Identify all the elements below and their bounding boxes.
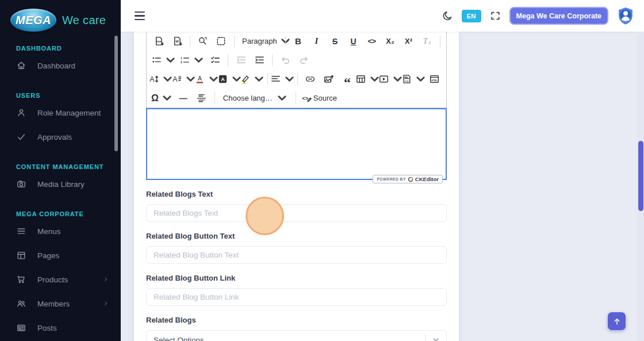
export-word-button[interactable]: W [168, 34, 186, 49]
align-icon [270, 74, 281, 85]
chevron-right-icon [102, 300, 109, 307]
field-label: Related Blog Button Text [146, 232, 447, 240]
select-all-button[interactable] [212, 34, 231, 49]
numbered-list-button[interactable]: 12 [178, 53, 206, 68]
italic-button[interactable]: I [308, 34, 326, 49]
font-bg-icon: A [217, 74, 228, 85]
form-field-related-blogs: Related BlogsSelect Options [146, 316, 447, 341]
heading-dropdown-button[interactable]: Paragraph [237, 34, 282, 49]
insert-media-button[interactable] [379, 72, 402, 87]
sidebar-item-posts[interactable]: Posts [0, 316, 121, 340]
chevron-right-icon [102, 276, 109, 283]
sidebar-section-header-mega-corporate: MEGA CORPORATE [0, 210, 121, 217]
font-size-button[interactable]: A [150, 72, 172, 87]
related-blog-button-text-input[interactable] [146, 246, 447, 264]
horizontal-line-button[interactable]: — [174, 91, 193, 106]
chevron-down-icon [163, 55, 176, 66]
find-and-replace-button[interactable] [194, 34, 212, 49]
text-alignment-button[interactable] [271, 72, 294, 87]
sidebar-item-approvals[interactable]: Approvals [0, 125, 121, 149]
logo-tagline: We care [62, 14, 106, 27]
toolbar-separator [297, 73, 298, 85]
bold-button[interactable]: B [289, 34, 308, 49]
svg-text:1: 1 [181, 56, 182, 60]
cart-icon [16, 274, 26, 285]
related-blogs-text-input[interactable] [146, 204, 447, 222]
page-scrollbar-track[interactable] [637, 32, 644, 341]
insert-table-button[interactable] [356, 72, 379, 87]
posts-icon [16, 323, 26, 333]
brand-logo: MEGA We care [0, 0, 121, 33]
export-word-icon: W [172, 36, 183, 47]
source-button[interactable]: <>Source [300, 91, 339, 106]
undo-button [276, 53, 294, 68]
block-quote-button[interactable]: “ [338, 72, 356, 87]
sidebar-item-members[interactable]: Members [0, 292, 121, 316]
horizontal-line-glyph: — [179, 94, 187, 102]
sidebar-item-products[interactable]: Products [0, 267, 121, 292]
subscript-button[interactable]: X₂ [381, 34, 400, 49]
sidebar-toggle-button[interactable] [132, 9, 147, 22]
export-pdf-button[interactable]: PDF [150, 34, 168, 49]
svg-text:A: A [221, 76, 225, 82]
language-badge[interactable]: EN [462, 10, 481, 22]
toolbar-row: AAAA“<>HTML [147, 70, 446, 89]
redo-button [294, 53, 313, 68]
form-field-related-blog-button-text: Related Blog Button Text [146, 232, 447, 264]
bold-glyph: B [295, 37, 301, 45]
special-characters-button[interactable]: Ω [150, 91, 174, 106]
code-glyph: <> [367, 37, 375, 45]
scroll-to-top-button[interactable] [608, 312, 626, 330]
language-dropdown-button[interactable]: Choose lang… [218, 91, 292, 106]
export-pdf-icon: PDF [154, 36, 164, 47]
superscript-glyph: X² [405, 37, 412, 45]
user-avatar[interactable] [616, 6, 635, 26]
related-blog-button-link-input[interactable] [146, 288, 447, 306]
toolbar-separator [234, 35, 235, 47]
fullscreen-button[interactable] [489, 10, 501, 22]
toolbar-separator [296, 92, 296, 104]
code-block-button[interactable]: <> [402, 72, 425, 87]
chevron-down-icon [282, 74, 295, 85]
sidebar-item-menus[interactable]: Menus [0, 219, 121, 243]
up-arrow-icon [612, 317, 622, 326]
html-embed-button[interactable]: HTML [425, 72, 443, 87]
toolbar-separator [190, 35, 190, 47]
sidebar-item-dashboard[interactable]: Dashboard [0, 53, 121, 78]
page-break-button[interactable] [193, 91, 211, 106]
code-button[interactable]: <> [363, 34, 381, 49]
sidebar-item-pages[interactable]: Pages [0, 243, 121, 267]
block-quote-glyph: “ [344, 74, 351, 85]
link-button[interactable] [301, 72, 320, 87]
indent-button[interactable] [250, 53, 269, 68]
font-family-button[interactable]: A [172, 72, 195, 87]
page-scrollbar-thumb[interactable] [638, 141, 643, 211]
rich-text-editor[interactable]: POWERED BY CKEditor [146, 108, 447, 180]
todo-list-button[interactable] [206, 53, 224, 68]
dark-mode-toggle[interactable] [442, 10, 454, 22]
toolbar-separator [267, 73, 268, 85]
superscript-button[interactable]: X² [400, 34, 418, 49]
workspace-button-label: Mega We Care Corporate [516, 12, 601, 20]
field-label: Related Blog Button Link [146, 274, 447, 282]
font-background-color-button[interactable]: A [218, 72, 241, 87]
sidebar-item-label: Posts [37, 324, 57, 332]
sidebar-item-role-management[interactable]: Role Management [0, 101, 121, 125]
strikethrough-button[interactable]: S [326, 34, 344, 49]
code-block-icon: <> [401, 74, 412, 85]
sidebar-item-media-library[interactable]: Media Library [0, 172, 121, 196]
font-color-button[interactable]: A [195, 72, 218, 87]
related-blogs-select[interactable]: Select Options [146, 330, 447, 341]
camera-icon [16, 179, 26, 189]
toolbar-row: PDFWParagraphBISU<>X₂X²Tx [147, 32, 446, 51]
ckeditor-badge[interactable]: POWERED BY CKEditor [373, 175, 443, 183]
sidebar-scrollbar-thumb[interactable] [114, 36, 118, 151]
insert-image-button[interactable] [320, 72, 338, 87]
workspace-button[interactable]: Mega We Care Corporate [509, 7, 608, 25]
highlight-button[interactable] [241, 72, 264, 87]
bulleted-list-button[interactable] [150, 53, 178, 68]
ckeditor-logo-icon [408, 177, 413, 182]
underline-button[interactable]: U [344, 34, 363, 49]
editor-toolbar: PDFWParagraphBISU<>X₂X²Tx12AAAA“<>HTMLΩ—… [146, 32, 447, 108]
toolbar-separator [214, 92, 215, 104]
